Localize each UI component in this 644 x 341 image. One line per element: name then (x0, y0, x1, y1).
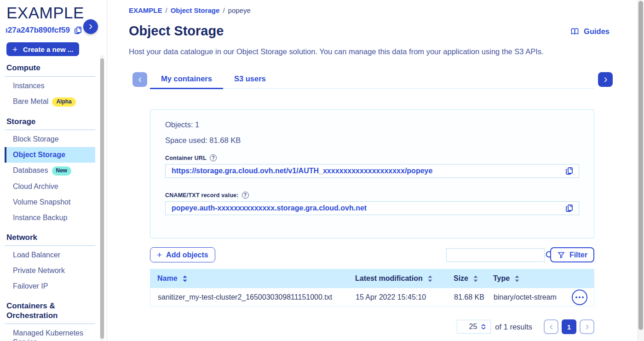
sidebar-section-title-containers-orchestration: Containers & Orchestration (6, 301, 94, 320)
sidebar-section-title-compute: Compute (6, 63, 94, 73)
sidebar-item-instance-backup[interactable]: Instance Backup (5, 210, 95, 226)
table-row: sanitizer_my-test-cluster2_1650030309811… (150, 288, 594, 307)
column-header-type[interactable]: Type (493, 274, 562, 283)
sidebar-item-managed-kubernetes-service[interactable]: Managed Kubernetes Service (5, 325, 95, 341)
tabs-scroll-left-button[interactable] (132, 72, 147, 87)
tab-bar: My containersS3 users (129, 72, 644, 89)
copy-cname-button[interactable] (565, 204, 574, 213)
results-text: of 1 results (495, 323, 532, 331)
sidebar-item-label: Block Storage (13, 135, 59, 143)
cname-field[interactable]: popeye.auth-xxxxxxxxxxxxxx.storage.gra.c… (165, 201, 579, 215)
chevron-right-icon (603, 77, 609, 83)
current-page-button[interactable]: 1 (562, 319, 576, 334)
sidebar-item-load-balancer[interactable]: Load Balancer (5, 247, 95, 263)
plus-icon: + (157, 250, 162, 260)
sidebar-nav: ComputeInstancesBare MetalAlphaStorageBl… (6, 63, 107, 341)
container-url-value: https://storage.gra.cloud.ovh.net/v1/AUT… (172, 167, 432, 175)
page-scrollbar-thumb[interactable] (638, 1, 643, 330)
objects-count: Objects: 1 (165, 120, 579, 129)
container-url-field[interactable]: https://storage.gra.cloud.ovh.net/v1/AUT… (165, 164, 579, 178)
sidebar-item-volume-snapshot[interactable]: Volume Snapshot (5, 194, 95, 210)
page-size-value: 25 (469, 323, 477, 331)
guides-button[interactable]: Guides (568, 27, 612, 36)
search-box[interactable] (446, 248, 545, 262)
space-used: Space used: 81.68 KB (165, 136, 579, 145)
sidebar-section-title-storage: Storage (6, 117, 94, 126)
copy-project-id-button[interactable] (74, 26, 83, 35)
sidebar-item-label: Failover IP (13, 282, 48, 290)
ellipsis-icon (575, 296, 577, 298)
sidebar-scrollbar-thumb[interactable] (100, 58, 104, 339)
breadcrumb-popeye: popeye (228, 6, 251, 14)
help-icon[interactable]: ? (210, 154, 217, 161)
previous-page-button[interactable] (544, 319, 558, 334)
add-objects-button[interactable]: + Add objects (150, 247, 215, 262)
objects-table: NameLatest modificationSizeType sanitize… (150, 269, 594, 307)
cell-size: 81.68 KB (454, 293, 494, 301)
copy-icon (74, 26, 83, 35)
column-header-size[interactable]: Size (454, 274, 493, 283)
filter-funnel-icon (557, 251, 565, 259)
row-actions (563, 290, 586, 305)
sort-icon[interactable] (515, 275, 519, 282)
sort-icon[interactable] (473, 275, 478, 282)
breadcrumb-object-storage[interactable]: Object Storage (171, 6, 220, 14)
cname-value: popeye.auth-xxxxxxxxxxxxxx.storage.gra.c… (172, 204, 367, 212)
stepper-icon (480, 323, 487, 330)
sidebar: EXAMPLE ı27a247b890fcf59 + (0, 0, 107, 341)
tab-s3-users[interactable]: S3 users (223, 72, 277, 88)
book-icon (570, 28, 579, 35)
row-actions-menu-button[interactable] (572, 290, 587, 305)
section-divider (5, 245, 95, 246)
pagination: 25 of 1 results 1 (150, 319, 594, 334)
sort-icon[interactable] (428, 275, 432, 282)
copy-icon (565, 204, 574, 213)
tabs: My containersS3 users (150, 72, 594, 89)
page-scrollbar-track[interactable] (638, 0, 644, 341)
sidebar-item-instances[interactable]: Instances (5, 78, 95, 94)
help-icon[interactable]: ? (242, 192, 249, 199)
add-objects-label: Add objects (166, 251, 208, 259)
breadcrumb-separator: / (223, 6, 224, 14)
page-size-select[interactable]: 25 (457, 320, 491, 334)
search-input[interactable] (451, 250, 545, 259)
cell-name: sanitizer_my-test-cluster2_1650030309811… (158, 293, 356, 301)
copy-container-url-button[interactable] (565, 166, 574, 176)
sidebar-item-label: Bare Metal (13, 97, 48, 105)
sidebar-item-databases[interactable]: DatabasesNew (5, 163, 95, 179)
cname-label: CNAME/TXT record value: (165, 192, 239, 199)
sidebar-item-label: Instance Backup (13, 214, 67, 222)
sidebar-item-private-network[interactable]: Private Network (5, 263, 95, 278)
main-content: EXAMPLE/Object Storage/popeye Guides Obj… (107, 0, 644, 341)
filter-button[interactable]: Filter (550, 247, 594, 262)
page-description: Host your data catalogue in our Object S… (129, 47, 644, 56)
sidebar-expand-button[interactable] (83, 19, 98, 34)
sidebar-item-label: Instances (13, 82, 44, 90)
breadcrumb-example[interactable]: EXAMPLE (129, 6, 162, 14)
objects-toolbar: + Add objects Filter (150, 247, 594, 262)
sidebar-item-label: Object Storage (13, 151, 65, 159)
sort-icon[interactable] (183, 275, 187, 282)
breadcrumb: EXAMPLE/Object Storage/popeye (129, 6, 644, 14)
tab-my-containers[interactable]: My containers (150, 72, 223, 89)
column-label: Name (157, 274, 178, 283)
tabs-scroll-right-button[interactable] (598, 72, 613, 87)
create-new-button[interactable]: + Create a new ... (6, 42, 79, 56)
sidebar-item-failover-ip[interactable]: Failover IP (5, 278, 95, 294)
sidebar-item-object-storage[interactable]: Object Storage (5, 147, 95, 163)
sidebar-item-block-storage[interactable]: Block Storage (5, 131, 95, 147)
ellipsis-icon (582, 296, 584, 298)
sidebar-item-label: Managed Kubernetes Service (13, 329, 83, 341)
column-header-name[interactable]: Name (157, 274, 355, 283)
guides-label: Guides (584, 27, 610, 36)
page-title: Object Storage (129, 24, 644, 39)
next-page-button[interactable] (580, 319, 594, 334)
container-url-label: Container URL (165, 155, 207, 161)
chevron-right-icon (584, 324, 590, 330)
sidebar-item-label: Cloud Archive (13, 182, 58, 190)
column-header-latest-modification[interactable]: Latest modification (355, 274, 454, 283)
column-label: Latest modification (355, 274, 423, 283)
sidebar-item-bare-metal[interactable]: Bare MetalAlpha (5, 94, 95, 110)
sidebar-item-cloud-archive[interactable]: Cloud Archive (5, 179, 95, 194)
create-new-label: Create a new ... (23, 45, 73, 53)
